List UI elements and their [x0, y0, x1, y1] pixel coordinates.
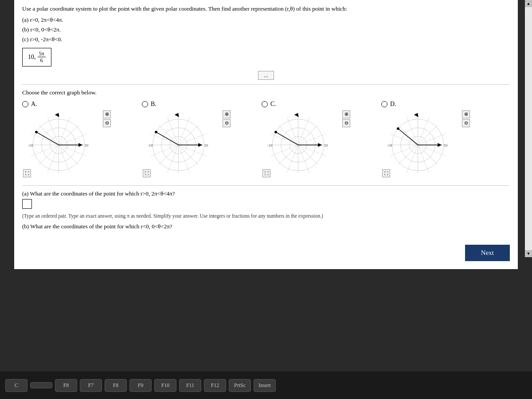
zoom-in-icon-a[interactable]: ⊕: [103, 110, 111, 118]
condition-c: (c) r>0, -2π<θ<0.: [22, 35, 510, 44]
condition-a: (a) r>0, 2π<θ<4π.: [22, 15, 510, 25]
svg-text:-10: -10: [267, 143, 273, 147]
divider-1: [22, 84, 510, 85]
zoom-in-icon-b[interactable]: ⊕: [223, 110, 231, 118]
scrollbar-up-button[interactable]: ▲: [525, 0, 532, 7]
key-f8-1[interactable]: F8: [55, 379, 77, 392]
svg-line-29: [156, 132, 178, 145]
more-button[interactable]: ...: [258, 71, 274, 80]
zoom-in-icon-d[interactable]: ⊕: [462, 110, 470, 118]
key-f11[interactable]: F11: [179, 379, 201, 392]
expand-icon-c[interactable]: ⛶: [262, 169, 270, 177]
zoom-out-icon-d[interactable]: ⊖: [462, 119, 470, 127]
graph-option-b: B.: [142, 101, 257, 178]
expand-icon-b[interactable]: ⛶: [143, 169, 151, 177]
svg-point-64: [397, 127, 399, 130]
radio-d[interactable]: [381, 101, 387, 107]
graph-label-d: D.: [390, 101, 396, 108]
polar-graph-b: -10 10: [142, 112, 215, 176]
scrollbar: ▲ ▼: [525, 0, 532, 257]
scrollbar-track: [525, 7, 532, 250]
polar-graph-c: -10 10: [262, 112, 335, 176]
scrollbar-down-button[interactable]: ▼: [525, 250, 532, 257]
key-f12[interactable]: F12: [204, 379, 226, 392]
key-fn[interactable]: [30, 382, 52, 388]
header-instruction: Use a polar coordinate system to plot th…: [22, 4, 510, 13]
question-b-block: (b) What are the coordinates of the poin…: [22, 223, 510, 230]
graph-label-c: C.: [270, 101, 276, 108]
divider-2: [22, 185, 510, 186]
key-insert[interactable]: Insert: [254, 379, 276, 392]
conditions-list: (a) r>0, 2π<θ<4π. (b) r<0, 0<θ<2π. (c) r…: [22, 15, 510, 44]
zoom-icons-d: ⊕ ⊖: [462, 110, 470, 127]
radio-b[interactable]: [142, 101, 148, 107]
main-content: Use a polar coordinate system to plot th…: [14, 0, 518, 269]
key-f7[interactable]: F7: [80, 379, 102, 392]
choose-label: Choose the correct graph below.: [22, 89, 510, 96]
key-f10[interactable]: F10: [154, 379, 176, 392]
key-c[interactable]: C: [5, 379, 27, 392]
question-a-block: (a) What are the coordinates of the poin…: [22, 190, 510, 219]
frac-denominator: 6: [39, 57, 44, 63]
zoom-icons-a: ⊕ ⊖: [103, 110, 111, 127]
graph-option-d: D.: [381, 101, 497, 178]
expand-icon-a[interactable]: ⛶: [23, 169, 31, 177]
zoom-out-icon-b[interactable]: ⊖: [223, 119, 231, 127]
radio-c[interactable]: [262, 101, 268, 107]
svg-text:-10: -10: [148, 143, 153, 147]
svg-text:10: 10: [324, 143, 328, 147]
svg-point-13: [35, 130, 38, 133]
svg-point-47: [274, 130, 277, 133]
given-point-box: 10, 5π 6: [22, 48, 51, 66]
question-b-label: (b) What are the coordinates of the poin…: [22, 223, 510, 230]
next-button[interactable]: Next: [465, 245, 510, 261]
zoom-out-icon-a[interactable]: ⊖: [103, 119, 111, 127]
expand-icon-d[interactable]: ⛶: [382, 169, 390, 177]
svg-line-12: [36, 132, 59, 145]
svg-text:10: 10: [85, 143, 89, 147]
fraction: 5π 6: [38, 51, 46, 64]
zoom-in-icon-c[interactable]: ⊕: [342, 110, 350, 118]
key-f8-2[interactable]: F8: [105, 379, 127, 392]
svg-text:10: 10: [444, 143, 448, 147]
keyboard-row: C F8 F7 F8 F9 F10 F11 F12 PrtSc Insert: [0, 372, 532, 399]
frac-numerator: 5π: [38, 51, 46, 57]
graphs-row: A.: [22, 101, 510, 178]
question-a-label: (a) What are the coordinates of the poin…: [22, 190, 510, 197]
svg-text:10: 10: [204, 143, 208, 147]
graph-option-c: C.: [262, 101, 377, 178]
polar-graph-d: -10 10: [381, 112, 454, 176]
svg-line-46: [276, 132, 298, 145]
svg-text:-10: -10: [387, 143, 392, 147]
zoom-icons-c: ⊕ ⊖: [342, 110, 350, 127]
condition-b: (b) r<0, 0<θ<2π.: [22, 25, 510, 35]
polar-graph-a: -10 10: [22, 112, 95, 176]
svg-point-30: [155, 130, 157, 133]
zoom-out-icon-c[interactable]: ⊖: [342, 119, 350, 127]
svg-text:-10: -10: [28, 143, 33, 147]
radio-a[interactable]: [22, 101, 28, 107]
graph-option-a: A.: [22, 101, 137, 178]
answer-box-a[interactable]: [22, 199, 32, 209]
key-prtsc[interactable]: PrtSc: [229, 379, 251, 392]
key-f9[interactable]: F9: [129, 379, 152, 392]
graph-label-a: A.: [31, 101, 37, 108]
instruction-a: (Type an ordered pair. Type an exact ans…: [22, 212, 510, 219]
graph-label-b: B.: [151, 101, 156, 108]
zoom-icons-b: ⊕ ⊖: [223, 110, 231, 127]
